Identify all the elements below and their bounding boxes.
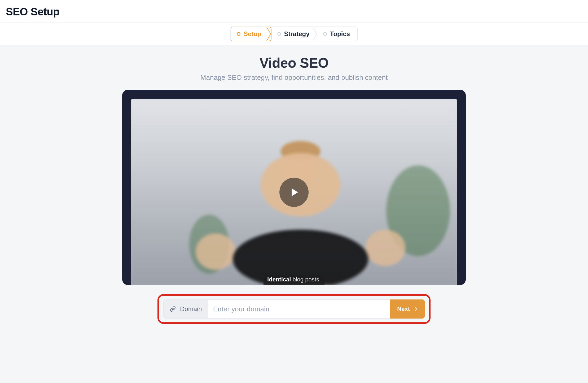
link-icon	[169, 306, 176, 312]
arrow-right-icon	[413, 306, 418, 312]
chevron-right-icon	[313, 27, 317, 41]
wizard-step-label: Topics	[330, 30, 350, 38]
hero-title: Video SEO	[0, 55, 588, 71]
step-bullet-icon	[323, 32, 327, 36]
wizard-step-label: Strategy	[284, 30, 310, 38]
main-content: Video SEO Manage SEO strategy, find oppo…	[0, 45, 588, 383]
domain-input-row: Domain Next	[163, 299, 425, 319]
hero: Video SEO Manage SEO strategy, find oppo…	[0, 55, 588, 82]
video-caption-rest: blog posts.	[291, 276, 321, 283]
next-button-label: Next	[397, 306, 410, 312]
wizard-step-setup[interactable]: Setup	[230, 27, 271, 41]
video-caption-strong: identical	[267, 276, 291, 283]
page-header: SEO Setup	[0, 0, 588, 23]
video-card: identical blog posts.	[122, 90, 466, 285]
chevron-right-icon	[266, 27, 271, 41]
wizard-steps: Setup Strategy Topics	[230, 27, 358, 41]
domain-prefix: Domain	[163, 299, 208, 319]
wizard-bar: Setup Strategy Topics	[0, 23, 588, 45]
play-button[interactable]	[279, 178, 309, 207]
step-bullet-icon	[277, 32, 281, 36]
wizard-step-label: Setup	[244, 30, 261, 38]
svg-marker-0	[292, 188, 298, 196]
video-thumbnail[interactable]: identical blog posts.	[131, 99, 457, 285]
play-icon	[288, 187, 300, 198]
step-bullet-icon	[237, 32, 240, 36]
page-title: SEO Setup	[6, 6, 582, 18]
hero-subtitle: Manage SEO strategy, find opportunities,…	[0, 73, 588, 82]
wizard-step-strategy[interactable]: Strategy	[271, 27, 317, 41]
domain-input[interactable]	[208, 299, 390, 319]
video-caption: identical blog posts.	[264, 275, 324, 285]
next-button[interactable]: Next	[390, 299, 425, 319]
domain-highlight-box: Domain Next	[157, 294, 431, 324]
wizard-step-topics[interactable]: Topics	[317, 27, 358, 41]
domain-prefix-label: Domain	[180, 305, 202, 313]
